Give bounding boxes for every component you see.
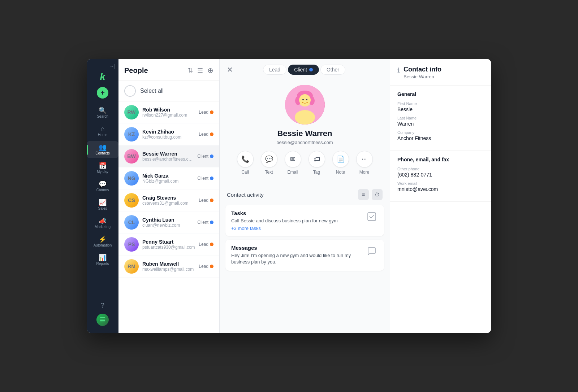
email-icon: ✉ — [285, 151, 301, 167]
contact-name: Rob Wilson — [142, 107, 195, 113]
tasks-card-icon — [365, 210, 378, 223]
first-name-label: First Name — [397, 101, 484, 106]
sort-button[interactable]: ⇅ — [187, 66, 193, 74]
select-all-checkbox[interactable] — [124, 85, 136, 97]
filter-button[interactable]: ☰ — [197, 66, 203, 74]
sidebar-item-label-sales: Sales — [98, 207, 107, 210]
help-button[interactable]: ? — [101, 302, 104, 309]
select-all-row: Select all — [118, 81, 219, 101]
contact-info-col: Ruben Maxwell maxwelllamps@gmail.com — [142, 261, 195, 272]
sidebar-item-comms[interactable]: 💬 Comms — [87, 178, 118, 195]
more-button[interactable]: ··· More — [356, 151, 373, 175]
sidebar-item-contacts[interactable]: 👥 Contacts — [87, 141, 118, 158]
contact-name: Penny Stuart — [142, 239, 195, 245]
activity-list-icon[interactable]: ≡ — [358, 189, 369, 200]
call-button[interactable]: 📞 Call — [237, 151, 254, 175]
profile-avatar-image — [285, 85, 325, 125]
people-actions: ⇅ ☰ ⊕ — [187, 66, 213, 75]
user-avatar-button[interactable] — [96, 314, 109, 326]
contact-info-panel: ℹ Contact info Bessie Warren General Fir… — [390, 59, 491, 333]
contact-list-item[interactable]: CL Cynthia Luan cluan@newbiz.com Client — [118, 212, 219, 234]
contact-list-item[interactable]: RM Ruben Maxwell maxwelllamps@gmail.com … — [118, 256, 219, 278]
contact-avatar: KZ — [124, 127, 139, 141]
badge-dot — [210, 154, 213, 158]
contact-badge: Client — [197, 176, 213, 181]
marketing-icon: 📣 — [99, 218, 107, 224]
contact-list-item[interactable]: RW Rob Wilson rwilson227@gmail.com Lead — [118, 101, 219, 123]
sidebar-item-label-comms: Comms — [96, 188, 109, 192]
close-button[interactable]: ✕ — [227, 65, 233, 74]
tab-client[interactable]: Client — [288, 65, 319, 75]
text-button[interactable]: 💬 Text — [261, 151, 277, 175]
tasks-card: Tasks Call Bessie and discuss business p… — [225, 205, 384, 236]
svg-point-8 — [306, 99, 307, 100]
other-phone-value: (602) 882-0771 — [397, 172, 484, 178]
last-name-field: Last Name Warren — [397, 116, 484, 127]
sidebar-item-automation[interactable]: ⚡ Automation — [87, 233, 118, 250]
sidebar-nav: 🔍 Search ⌂ Home 👥 Contacts 📅 My day 💬 Co… — [87, 104, 118, 302]
messages-card: Messages Hey Jim! I'm opening a new gym … — [225, 240, 384, 270]
tab-lead[interactable]: Lead — [263, 65, 286, 75]
contact-info-col: Nick Garza NGbiz@gmail.com — [142, 173, 194, 184]
contact-email: kz@consultbug.com — [142, 135, 195, 140]
contact-list-item[interactable]: KZ Kevin Zhihao kz@consultbug.com Lead — [118, 123, 219, 145]
activity-clock-icon[interactable]: ⏱ — [372, 189, 383, 200]
sidebar-item-reports[interactable]: 📊 Reports — [87, 252, 118, 269]
email-button[interactable]: ✉ Email — [285, 151, 301, 175]
contact-info-col: Kevin Zhihao kz@consultbug.com — [142, 129, 195, 140]
sidebar-item-search[interactable]: 🔍 Search — [87, 104, 118, 121]
activity-header: Contact activity ≡ ⏱ — [225, 189, 384, 200]
profile-name: Bessie Warren — [277, 129, 332, 138]
active-indicator — [87, 144, 88, 154]
note-button[interactable]: 📄 Note — [332, 151, 349, 175]
email-label: Email — [287, 170, 298, 175]
contact-name: Craig Stevens — [142, 195, 195, 201]
svg-point-2 — [295, 110, 315, 125]
tag-button[interactable]: 🏷 Tag — [309, 151, 325, 175]
sidebar: →| k + 🔍 Search ⌂ Home 👥 Contacts 📅 My d… — [87, 59, 118, 333]
badge-label: Client — [197, 154, 208, 159]
myday-icon: 📅 — [99, 162, 107, 169]
badge-dot — [210, 110, 213, 114]
contact-info-col: Penny Stuart pstuartcats930@gmail.com — [142, 239, 195, 250]
contact-list: RW Rob Wilson rwilson227@gmail.com Lead … — [118, 101, 219, 333]
tab-other[interactable]: Other — [320, 65, 345, 75]
contact-list-item[interactable]: PS Penny Stuart pstuartcats930@gmail.com… — [118, 234, 219, 256]
company-value: Anchor Fitness — [397, 135, 484, 141]
note-label: Note — [336, 170, 345, 175]
last-name-label: Last Name — [397, 116, 484, 120]
phone-email-section-title: Phone, email, and fax — [397, 157, 484, 162]
sidebar-collapse-button[interactable]: →| — [109, 63, 116, 69]
contact-badge: Lead — [199, 264, 213, 269]
sidebar-item-label-contacts: Contacts — [95, 152, 109, 155]
sidebar-item-label-myday: My day — [97, 170, 108, 174]
contact-badge: Client — [197, 220, 213, 225]
contact-name: Bessie Warren — [142, 151, 194, 157]
sidebar-item-label-automation: Automation — [94, 244, 112, 247]
tasks-card-more[interactable]: +3 more tasks — [231, 226, 361, 231]
sidebar-item-home[interactable]: ⌂ Home — [87, 123, 118, 140]
sidebar-item-marketing[interactable]: 📣 Marketing — [87, 215, 118, 232]
badge-label: Lead — [199, 242, 208, 247]
messages-card-text: Hey Jim! I'm opening a new gym and would… — [231, 252, 361, 265]
general-section-title: General — [397, 91, 484, 97]
contact-info-col: Bessie Warren bessie@anchorfitness.com — [142, 151, 194, 162]
sidebar-item-label-search: Search — [97, 115, 108, 118]
contacts-icon: 👥 — [99, 144, 107, 151]
tasks-card-content: Tasks Call Bessie and discuss business p… — [231, 210, 361, 231]
add-contact-button[interactable]: ⊕ — [207, 66, 213, 75]
contact-list-item[interactable]: NG Nick Garza NGbiz@gmail.com Client — [118, 167, 219, 190]
user-avatar-icon — [100, 317, 105, 322]
contact-list-item[interactable]: CS Craig Stevens cstevens31@gmail.com Le… — [118, 190, 219, 212]
sidebar-item-label-home: Home — [98, 133, 108, 137]
contact-avatar: PS — [124, 237, 139, 252]
sidebar-item-sales[interactable]: 📈 Sales — [87, 196, 118, 213]
app-shell: →| k + 🔍 Search ⌂ Home 👥 Contacts 📅 My d… — [87, 59, 491, 333]
contact-info-col: Rob Wilson rwilson227@gmail.com — [142, 107, 195, 118]
badge-label: Lead — [199, 132, 208, 137]
sidebar-item-label-marketing: Marketing — [95, 225, 111, 229]
badge-dot — [210, 265, 213, 268]
sidebar-item-myday[interactable]: 📅 My day — [87, 160, 118, 177]
contact-list-item[interactable]: BW Bessie Warren bessie@anchorfitness.co… — [118, 145, 219, 167]
sidebar-add-button[interactable]: + — [97, 87, 108, 99]
